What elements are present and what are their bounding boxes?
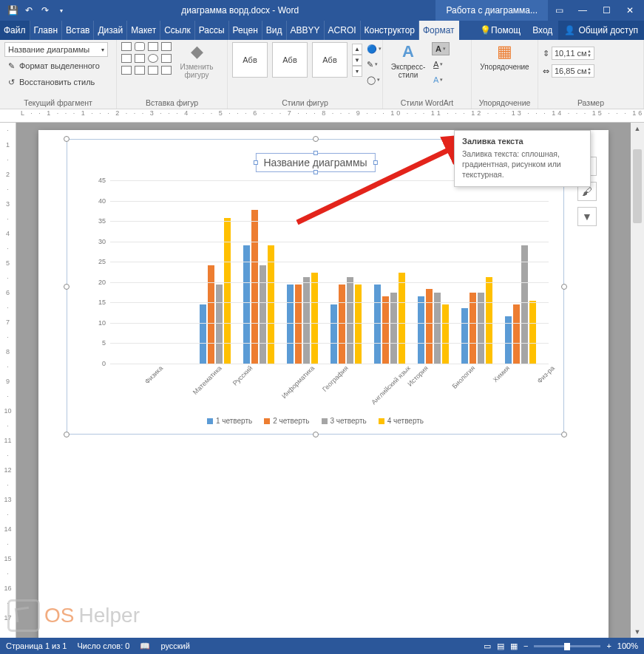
page-indicator[interactable]: Страница 1 из 1 (6, 641, 67, 650)
share-button[interactable]: 👤 Общий доступ (558, 21, 644, 40)
group-arrange: ▦ Упорядочение Упорядочение (472, 40, 538, 109)
gallery-down-icon[interactable]: ▼ (352, 55, 362, 66)
tab-help[interactable]: 💡 Помощ (474, 21, 526, 40)
tab-constructor[interactable]: Конструктор (361, 21, 419, 40)
group-shape-styles: Абв Абв Абв ▲ ▼ ▾ 🔵▾ ✎▾ ◯▾ Стили фигур (228, 40, 383, 109)
zoom-level[interactable]: 100% (617, 641, 638, 650)
zoom-slider[interactable] (534, 645, 600, 647)
width-icon: ⇔ (543, 67, 549, 76)
group-wordart-styles: A Экспресс-стили A▾ A▾ A▾ Стили WordArt (383, 40, 472, 109)
zoom-in-icon[interactable]: + (606, 641, 611, 650)
change-shape-button[interactable]: ◆ Изменить фигуру (176, 42, 217, 79)
qat-more-icon[interactable]: ▾ (55, 7, 68, 14)
tab-home[interactable]: Главн (30, 21, 63, 40)
scroll-up-icon[interactable]: ▲ (631, 123, 644, 134)
tab-view[interactable]: Вид (262, 21, 287, 40)
group-insert-shapes: ◆ Изменить фигуру Вставка фигур (117, 40, 228, 109)
reset-style-button[interactable]: ↺Восстановить стиль (4, 75, 96, 89)
tab-acrobat[interactable]: ACROI (325, 21, 361, 40)
shape-effects-button[interactable]: ◯▾ (365, 73, 383, 86)
chart-plot-area: 051015202530354045 (91, 180, 549, 364)
tab-review[interactable]: Рецен (229, 21, 262, 40)
tab-layout[interactable]: Макет (127, 21, 160, 40)
tab-file[interactable]: Файл (0, 21, 30, 40)
quick-styles-button[interactable]: A Экспресс-стили (387, 42, 429, 79)
ribbon-tabs: Файл Главн Встав Дизай Макет Ссылк Рассы… (0, 21, 644, 40)
group-current-fragment: Название диаграммы▾ ✎Формат выделенного … (0, 40, 117, 109)
ribbon: Название диаграммы▾ ✎Формат выделенного … (0, 40, 644, 109)
height-icon: ⇕ (543, 49, 549, 58)
vertical-ruler: ·1·2·3·4·5·6·7·8·9·10·11·12·13·14·15·16·… (0, 123, 16, 638)
group-size: ⇕ 10,11 см▲▼ ⇔ 16,85 см▲▼ Размер (538, 40, 644, 109)
title-bar: 💾 ↶ ↷ ▾ диаграмма ворд.docx - Word Работ… (0, 0, 644, 21)
horizontal-ruler: L · · 1 · · · 1 · · · 2 · · · 3 · · · 4 … (0, 109, 644, 123)
scroll-thumb[interactable] (633, 149, 642, 223)
document-title: диаграмма ворд.docx - Word (74, 5, 406, 16)
document-area: Заливка текста Заливка текста: сплошная,… (16, 123, 631, 638)
shape-gallery[interactable] (121, 42, 173, 76)
tab-signin[interactable]: Вход (526, 21, 558, 40)
undo-icon[interactable]: ↶ (22, 5, 35, 16)
redo-icon[interactable]: ↷ (38, 5, 52, 16)
width-input[interactable]: ⇔ 16,85 см▲▼ (543, 64, 594, 78)
arrange-icon: ▦ (497, 42, 512, 61)
tab-format[interactable]: Формат (419, 21, 459, 40)
status-bar: Страница 1 из 1 Число слов: 0 📖 русский … (0, 638, 644, 654)
wordart-a-icon: A (402, 42, 414, 61)
scroll-down-icon[interactable]: ▼ (631, 626, 644, 638)
zoom-out-icon[interactable]: − (523, 641, 528, 650)
tooltip-text-fill: Заливка текста Заливка текста: сплошная,… (454, 130, 591, 187)
height-input[interactable]: ⇕ 10,11 см▲▼ (543, 47, 594, 60)
shape-outline-button[interactable]: ✎▾ (365, 58, 383, 71)
view-web-icon[interactable]: ▦ (510, 641, 518, 651)
close-icon[interactable]: ✕ (619, 5, 641, 16)
word-count[interactable]: Число слов: 0 (77, 641, 129, 650)
shape-fill-button[interactable]: 🔵▾ (365, 42, 383, 55)
edit-shape-icon: ◆ (191, 42, 203, 61)
proofing-icon[interactable]: 📖 (140, 641, 150, 651)
tab-design[interactable]: Дизай (94, 21, 127, 40)
tab-mailings[interactable]: Рассы (195, 21, 229, 40)
tab-insert[interactable]: Встав (62, 21, 94, 40)
arrange-button[interactable]: ▦ Упорядочение (484, 42, 526, 71)
chart-element-selector[interactable]: Название диаграммы▾ (4, 42, 108, 57)
language-indicator[interactable]: русский (160, 641, 189, 650)
ribbon-options-icon[interactable]: ▭ (548, 5, 570, 16)
view-print-icon[interactable]: ▤ (497, 641, 504, 651)
maximize-icon[interactable]: ☐ (595, 5, 617, 16)
text-effects-button[interactable]: A▾ (432, 73, 450, 86)
view-read-icon[interactable]: ▭ (484, 641, 491, 651)
text-fill-button[interactable]: A▾ (432, 42, 450, 55)
gallery-more-icon[interactable]: ▾ (352, 66, 362, 77)
page[interactable]: Заливка текста Заливка текста: сплошная,… (38, 130, 609, 638)
vertical-scrollbar[interactable]: ▲ ▼ (631, 123, 644, 638)
minimize-icon[interactable]: — (572, 5, 594, 16)
tab-references[interactable]: Ссылк (160, 21, 195, 40)
tab-abbyy[interactable]: ABBYY (287, 21, 325, 40)
shape-style-gallery[interactable]: Абв Абв Абв ▲ ▼ ▾ (232, 42, 362, 78)
save-icon[interactable]: 💾 (6, 5, 19, 16)
text-outline-button[interactable]: A▾ (432, 58, 450, 71)
format-selection-button[interactable]: ✎Формат выделенного (4, 58, 101, 73)
gallery-up-icon[interactable]: ▲ (352, 44, 362, 55)
chart-title[interactable]: Название диаграммы (255, 153, 375, 172)
chart-tools-tab[interactable]: Работа с диаграмма... (435, 0, 548, 21)
chart-filters-button[interactable]: ▼ (577, 207, 597, 226)
